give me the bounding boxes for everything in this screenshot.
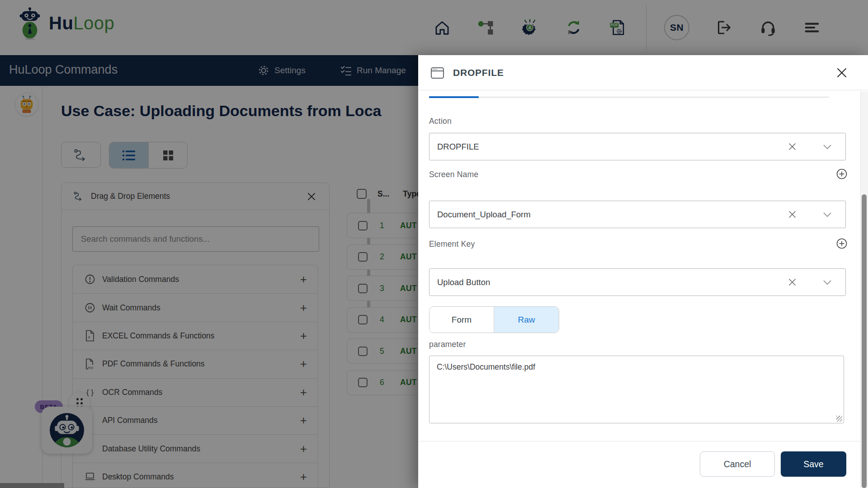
- clear-icon[interactable]: [788, 142, 797, 151]
- window-icon: [430, 66, 445, 80]
- chevron-down-icon[interactable]: [823, 212, 832, 217]
- drawer-close-icon[interactable]: [834, 65, 849, 80]
- tab-form[interactable]: Form: [429, 307, 494, 333]
- drawer-scrollbar-thumb[interactable]: [862, 194, 867, 488]
- parameter-input[interactable]: C:\Users\Documents\file.pdf: [429, 356, 844, 423]
- resize-handle[interactable]: [836, 416, 842, 422]
- clear-icon[interactable]: [788, 278, 797, 286]
- action-select[interactable]: DROPFILE: [429, 133, 846, 160]
- chevron-down-icon[interactable]: [823, 280, 832, 285]
- screen-name-select[interactable]: Document_Upload_Form: [429, 201, 846, 228]
- screen-name-label: Screen Name: [429, 170, 478, 179]
- screen-name-value: Document_Upload_Form: [437, 210, 531, 220]
- add-element-icon[interactable]: [836, 238, 848, 249]
- active-tab-underline: [429, 96, 479, 98]
- drawer-header: DROPFILE: [418, 55, 868, 90]
- save-button[interactable]: Save: [781, 451, 846, 477]
- form-raw-toggle: Form Raw: [429, 306, 559, 333]
- drawer-title: DROPFILE: [453, 67, 504, 78]
- footer-divider: [418, 441, 868, 441]
- action-label: Action: [429, 117, 452, 126]
- dropfile-drawer: DROPFILE Action DROPFILE Screen Name Doc…: [418, 55, 868, 488]
- clear-icon[interactable]: [788, 210, 797, 219]
- element-key-value: Upload Button: [437, 277, 490, 287]
- action-value: DROPFILE: [437, 142, 479, 152]
- parameter-label: parameter: [429, 340, 466, 349]
- tab-raw[interactable]: Raw: [494, 307, 559, 333]
- app-window: HuLoop A: [0, 0, 868, 488]
- add-screen-icon[interactable]: [836, 168, 848, 180]
- chevron-down-icon[interactable]: [823, 144, 832, 150]
- cancel-button[interactable]: Cancel: [700, 451, 775, 477]
- element-key-select[interactable]: Upload Button: [429, 268, 846, 296]
- drawer-tab-indicator: [429, 97, 829, 98]
- element-key-label: Element Key: [429, 239, 475, 249]
